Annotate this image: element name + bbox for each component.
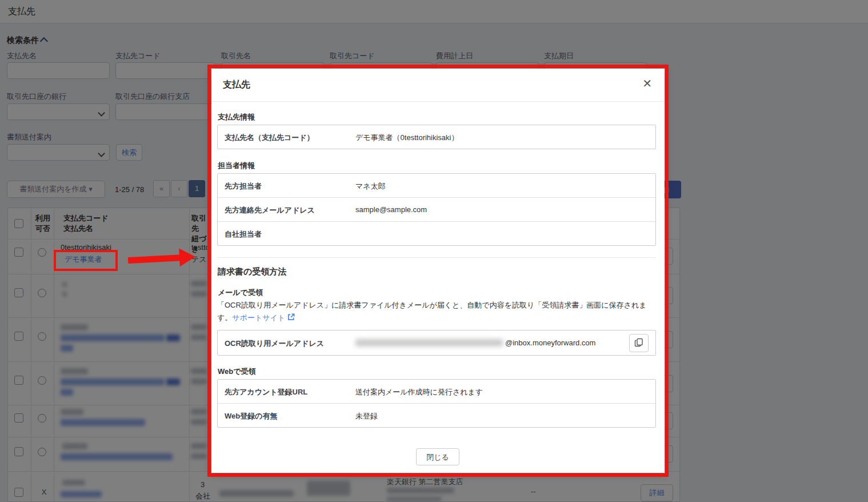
redacted-email-local-part bbox=[355, 339, 503, 346]
ocr-email-box: OCR読取り用メールアドレス @inbox.moneyforward.com bbox=[217, 330, 656, 356]
page: 支払先 検索条件 支払先名 支払先コード 取引先名 取引先コード 費用計上日 支… bbox=[0, 0, 868, 502]
close-icon[interactable]: ✕ bbox=[642, 78, 652, 89]
info-label: 自社担当者 bbox=[225, 229, 262, 240]
support-site-link[interactable]: サポートサイト bbox=[232, 313, 285, 322]
info-row: 先方担当者 マネ太郎 bbox=[218, 174, 655, 197]
info-label: Web登録の有無 bbox=[225, 411, 278, 421]
contact-info-box: 先方担当者 マネ太郎 先方連絡先メールアドレス sample@sample.co… bbox=[217, 173, 656, 246]
payee-detail-modal: 支払先 ✕ 支払先情報 支払先名（支払先コード） デモ事業者（0testtori… bbox=[211, 69, 665, 473]
info-row: 自社担当者 bbox=[218, 221, 655, 245]
info-row: 先方アカウント登録URL 送付案内メール作成時に発行されます bbox=[218, 380, 655, 403]
info-row: 先方連絡先メールアドレス sample@sample.com bbox=[218, 197, 655, 221]
mail-receipt-title: メールで受領 bbox=[218, 288, 263, 298]
info-label: 先方連絡先メールアドレス bbox=[225, 205, 315, 216]
info-value: 未登録 bbox=[355, 411, 378, 421]
info-value: 送付案内メール作成時に発行されます bbox=[355, 387, 483, 397]
ocr-email-label: OCR読取り用メールアドレス bbox=[225, 338, 324, 349]
mail-receipt-description: 「OCR読取り用メールアドレス」に請求書ファイル付きメールが届くと、自動で内容を… bbox=[217, 299, 653, 325]
info-label: 先方アカウント登録URL bbox=[225, 387, 307, 397]
receipt-section-title: 請求書の受領方法 bbox=[218, 266, 286, 277]
info-value: マネ太郎 bbox=[355, 181, 386, 192]
copy-button[interactable] bbox=[629, 334, 649, 352]
divider bbox=[217, 257, 656, 258]
web-receipt-box: 先方アカウント登録URL 送付案内メール作成時に発行されます Web登録の有無 … bbox=[217, 379, 656, 428]
external-link-icon bbox=[287, 313, 295, 325]
web-receipt-title: Webで受領 bbox=[218, 366, 256, 377]
info-value: デモ事業者（0testtorihikisaki） bbox=[355, 133, 458, 143]
divider bbox=[211, 101, 665, 102]
modal-title: 支払先 bbox=[223, 79, 250, 91]
close-button[interactable]: 閉じる bbox=[416, 448, 459, 465]
info-row: 支払先名（支払先コード） デモ事業者（0testtorihikisaki） bbox=[218, 125, 655, 149]
info-label: 支払先名（支払先コード） bbox=[225, 133, 314, 143]
contact-info-section-title: 担当者情報 bbox=[218, 161, 255, 171]
info-row: OCR読取り用メールアドレス @inbox.moneyforward.com bbox=[218, 330, 655, 355]
payee-info-box: 支払先名（支払先コード） デモ事業者（0testtorihikisaki） bbox=[217, 125, 656, 149]
payee-info-section-title: 支払先情報 bbox=[218, 112, 255, 122]
info-value: sample@sample.com bbox=[355, 205, 427, 214]
info-label: 先方担当者 bbox=[225, 181, 262, 192]
info-row: Web登録の有無 未登録 bbox=[218, 403, 655, 427]
ocr-email-value: @inbox.moneyforward.com bbox=[355, 338, 595, 347]
